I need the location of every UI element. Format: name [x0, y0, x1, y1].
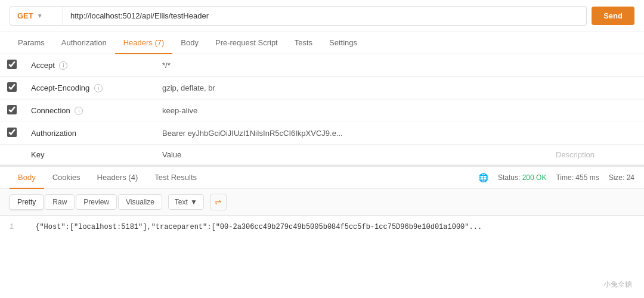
header-desc-0: [549, 54, 644, 77]
table-row: Connection i keep-alive: [0, 100, 644, 122]
wrap-icon[interactable]: ⇌: [210, 194, 227, 210]
tab-authorization[interactable]: Authorization: [53, 32, 115, 54]
table-row: Accept i */*: [0, 54, 644, 77]
header-desc-3: [549, 122, 644, 145]
status-label: Status: 200 OK: [498, 173, 546, 182]
table-row: Accept-Encoding i gzip, deflate, br: [0, 77, 644, 100]
header-value-2: keep-alive: [155, 100, 549, 122]
header-value-0: */*: [155, 54, 549, 77]
tab-body[interactable]: Body: [172, 32, 207, 54]
method-selector[interactable]: GET ▼: [10, 6, 63, 26]
format-tab-visualize[interactable]: Visualize: [118, 194, 162, 210]
watermark: 小兔全糖: [603, 280, 632, 290]
header-desc-1: [549, 77, 644, 100]
header-checkbox-0[interactable]: [7, 60, 17, 69]
header-desc-2: [549, 100, 644, 122]
header-key-1: Accept-Encoding i: [24, 77, 155, 100]
text-format-label: Text: [175, 198, 188, 206]
response-section: Body Cookies Headers (4) Test Results 🌐 …: [0, 165, 644, 239]
globe-icon: 🌐: [478, 173, 488, 182]
response-tab-headers[interactable]: Headers (4): [89, 167, 147, 189]
info-icon-2[interactable]: i: [75, 107, 83, 115]
header-checkbox-3[interactable]: [7, 128, 17, 137]
dropdown-chevron-icon: ▼: [190, 198, 197, 206]
response-tabs: Body Cookies Headers (4) Test Results 🌐 …: [0, 167, 644, 189]
header-key-2: Connection i: [24, 100, 155, 122]
header-value-1: gzip, deflate, br: [155, 77, 549, 100]
url-input[interactable]: [63, 6, 587, 26]
tab-tests[interactable]: Tests: [286, 32, 321, 54]
request-tabs: Params Authorization Headers (7) Body Pr…: [0, 32, 644, 54]
format-tabs-row: Pretty Raw Preview Visualize Text ▼ ⇌: [0, 189, 644, 216]
response-tab-test-results[interactable]: Test Results: [146, 167, 205, 189]
code-content: {"Host":["localhost:5181"],"traceparent"…: [35, 223, 482, 231]
header-key-3: Authorization: [24, 122, 155, 145]
table-row-empty: Key Value Description: [0, 145, 644, 165]
send-button[interactable]: Send: [592, 7, 634, 25]
tab-pre-request-script[interactable]: Pre-request Script: [207, 32, 286, 54]
request-bar: GET ▼ Send: [0, 0, 644, 32]
header-checkbox-2[interactable]: [7, 105, 17, 114]
code-area: 1 {"Host":["localhost:5181"],"traceparen…: [0, 216, 644, 239]
format-tab-preview[interactable]: Preview: [76, 194, 117, 210]
response-status-bar: 🌐 Status: 200 OK Time: 455 ms Size: 24: [478, 173, 634, 182]
info-icon-1[interactable]: i: [94, 84, 103, 92]
method-label: GET: [17, 11, 33, 20]
header-value-empty: Value: [155, 145, 549, 165]
header-value-3: Bearer eyJhbGciOiJIUzI1NiIsInR5cCI6IkpXV…: [155, 122, 549, 145]
size-label: Size: 24: [609, 173, 634, 182]
header-desc-empty: Description: [549, 145, 644, 165]
format-tab-pretty[interactable]: Pretty: [10, 194, 44, 210]
status-ok: 200 OK: [522, 173, 547, 182]
tab-params[interactable]: Params: [10, 32, 53, 54]
chevron-down-icon: ▼: [37, 13, 43, 19]
headers-table: Accept i */* Accept-Encoding i gzip, def…: [0, 54, 644, 165]
tab-settings[interactable]: Settings: [321, 32, 366, 54]
info-icon-0[interactable]: i: [59, 61, 67, 70]
line-number-1: 1: [10, 222, 21, 233]
format-tab-raw[interactable]: Raw: [45, 194, 75, 210]
header-checkbox-1[interactable]: [7, 82, 17, 92]
text-format-dropdown[interactable]: Text ▼: [168, 194, 204, 210]
response-tab-body[interactable]: Body: [10, 167, 44, 189]
time-label: Time: 455 ms: [556, 173, 599, 182]
tab-headers[interactable]: Headers (7): [115, 32, 173, 54]
response-tab-cookies[interactable]: Cookies: [44, 167, 89, 189]
header-key-0: Accept i: [24, 54, 155, 77]
header-key-empty: Key: [24, 145, 155, 165]
table-row: Authorization Bearer eyJhbGciOiJIUzI1NiI…: [0, 122, 644, 145]
app-container: GET ▼ Send Params Authorization Headers …: [0, 0, 644, 298]
